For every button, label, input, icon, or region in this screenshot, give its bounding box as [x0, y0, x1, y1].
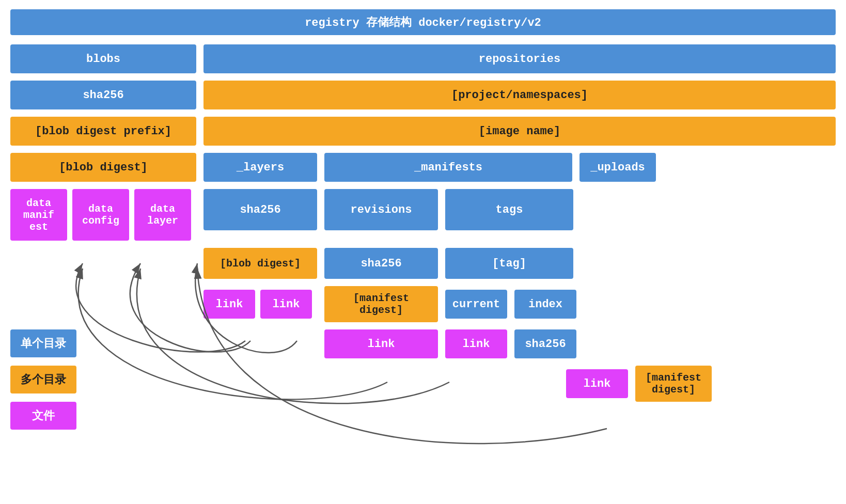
revisions-box: revisions: [324, 189, 438, 230]
sha256-blobs-box: sha256: [10, 81, 196, 109]
blob-digest-box: [blob digest]: [10, 153, 196, 182]
link2-box: link: [260, 290, 312, 319]
legend-file: 文件: [10, 402, 76, 430]
blob-digest-prefix-box: [blob digest prefix]: [10, 117, 196, 146]
repositories-box: repositories: [203, 44, 836, 73]
legend-single-dir: 单个目录: [10, 329, 76, 357]
current-box: current: [445, 290, 507, 319]
index-box: index: [514, 290, 576, 319]
link4-box: link: [445, 329, 507, 358]
page-title: registry 存储结构 docker/registry/v2: [10, 9, 836, 35]
data-manifest-box: data manif est: [10, 189, 67, 241]
link5-box: link: [566, 369, 628, 398]
image-name-box: [image name]: [203, 117, 836, 146]
manifests-box: _manifests: [324, 153, 572, 182]
link1-box: link: [203, 290, 255, 319]
data-config-box: data config: [72, 189, 129, 241]
link3-box: link: [324, 329, 438, 358]
tag-box: [tag]: [445, 248, 573, 279]
project-namespaces-box: [project/namespaces]: [203, 81, 836, 109]
sha256-tags-box: sha256: [514, 329, 576, 358]
legend-multi-dir: 多个目录: [10, 366, 76, 393]
manifest-digest-tags-box: [manifest digest]: [635, 366, 712, 402]
data-layer-box: data layer: [134, 189, 191, 241]
blob-digest-layers-box: [blob digest]: [203, 248, 317, 279]
tags-box: tags: [445, 189, 573, 230]
uploads-box: _uploads: [579, 153, 656, 182]
sha256-layers-box: sha256: [203, 189, 317, 230]
sha256-revisions-box: sha256: [324, 248, 438, 279]
blobs-box: blobs: [10, 44, 196, 73]
layers-box: _layers: [203, 153, 317, 182]
manifest-digest-revisions-box: [manifest digest]: [324, 286, 438, 322]
